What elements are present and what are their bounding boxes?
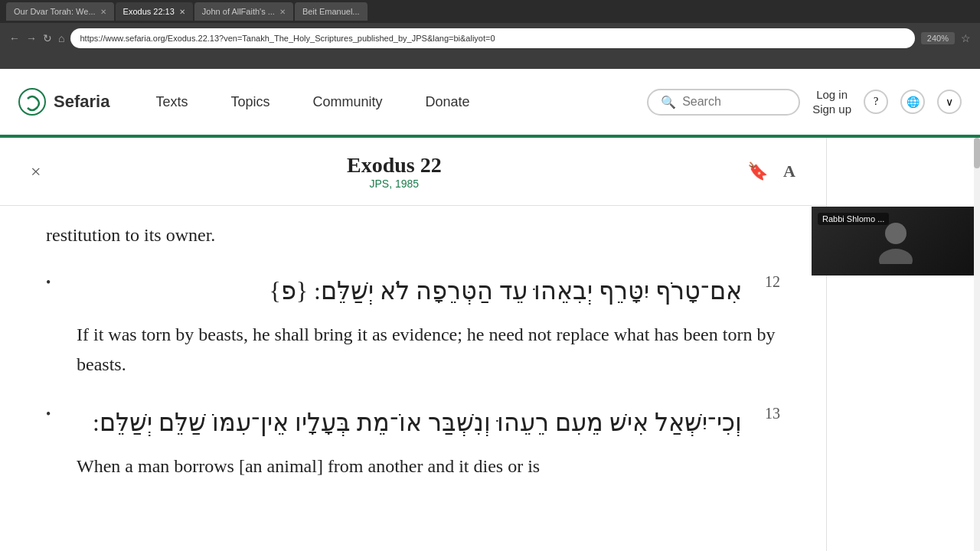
svg-point-2 [879, 249, 913, 264]
language-button[interactable]: 🌐 [900, 90, 925, 114]
verse-13-hebrew: וְכִי־יִשְׁאַל אִישׁ מֵעִם רֵעֵהוּ וְנִש… [77, 403, 742, 442]
panel-title-main: Exodus 22 [347, 153, 442, 178]
verse-12-row: • אִם־טָרֹף יִטָּרֵף יְבִאֵהוּ עֵד הַטְּ… [46, 272, 780, 311]
svg-point-1 [885, 223, 906, 244]
address-text: https://www.sefaria.org/Exodus.22.13?ven… [80, 34, 495, 43]
scrollbar-track[interactable] [974, 138, 980, 551]
verse-12-hebrew: אִם־טָרֹף יִטָּרֵף יְבִאֵהוּ עֵד הַטְּרֵ… [77, 272, 742, 311]
sefaria-header: Sefaria Texts Topics Community Donate 🔍 … [0, 69, 980, 138]
search-box[interactable]: 🔍 [647, 89, 800, 116]
scrollbar-thumb[interactable] [974, 138, 980, 168]
panel-title: Exodus 22 JPS, 1985 [347, 153, 442, 190]
tab-label-3: John of AllFaith's ... [202, 7, 275, 16]
browser-tab-1[interactable]: Our Dvar Torah: We... ✕ [6, 2, 114, 21]
sefaria-logo[interactable]: Sefaria [18, 88, 109, 116]
nav-links: Texts Topics Community Donate [134, 67, 647, 136]
restitution-text: restitution to its owner. [46, 221, 780, 249]
browser-chrome: Our Dvar Torah: We... ✕ Exodus 22:13 ✕ J… [0, 0, 980, 69]
bookmark-icon[interactable]: 🔖 [747, 161, 768, 181]
verse-12-number: 12 [757, 273, 780, 291]
address-bar[interactable]: https://www.sefaria.org/Exodus.22.13?ven… [70, 28, 914, 48]
browser-tab-3[interactable]: John of AllFaith's ... ✕ [194, 2, 293, 21]
signup-button[interactable]: Sign up [812, 103, 851, 116]
panel-topbar-right: 🔖 A [747, 161, 795, 181]
forward-button[interactable]: → [26, 32, 37, 44]
verse-12-block: • אִם־טָרֹף יִטָּרֵף יְבִאֵהוּ עֵד הַטְּ… [46, 272, 780, 379]
star-button[interactable]: ☆ [961, 32, 971, 44]
left-panel: × Exodus 22 JPS, 1985 🔖 A restitution to… [0, 138, 827, 551]
browser-tab-4[interactable]: Beit Emanuel... [295, 2, 368, 21]
browser-tab-2[interactable]: Exodus 22:13 ✕ [116, 2, 193, 21]
nav-texts[interactable]: Texts [134, 67, 209, 136]
close-button[interactable]: × [31, 161, 41, 182]
nav-topics[interactable]: Topics [209, 67, 291, 136]
logo-text: Sefaria [54, 92, 109, 112]
browser-addressbar: ← → ↻ ⌂ https://www.sefaria.org/Exodus.2… [0, 23, 980, 54]
verse-12-english: If it was torn by beasts, he shall bring… [46, 320, 780, 379]
verse-13-bullet: • [46, 406, 61, 422]
panel-subtitle: JPS, 1985 [347, 178, 442, 190]
verse-13-block: • וְכִי־יִשְׁאַל אִישׁ מֵעִם רֵעֵהוּ וְנ… [46, 403, 780, 481]
chevron-down-icon[interactable]: ∨ [937, 90, 962, 114]
verse-12-bullet: • [46, 275, 61, 291]
tab-label-4: Beit Emanuel... [302, 7, 360, 16]
font-size-button[interactable]: A [783, 161, 795, 181]
verse-13-row: • וְכִי־יִשְׁאַל אִישׁ מֵעִם רֵעֵהוּ וְנ… [46, 403, 780, 442]
verse-13-english-partial: When a man borrows [an animal] from anot… [46, 452, 780, 481]
tab-close-1[interactable]: ✕ [100, 8, 106, 16]
video-person-icon [873, 218, 919, 264]
panel-topbar: × Exodus 22 JPS, 1985 🔖 A [0, 138, 826, 206]
search-input[interactable] [682, 95, 782, 109]
tab-close-2[interactable]: ✕ [179, 8, 185, 16]
nav-community[interactable]: Community [291, 67, 403, 136]
text-content: restitution to its owner. • אִם־טָרֹף יִ… [0, 206, 826, 536]
zoom-badge: 240% [921, 32, 955, 44]
nav-donate[interactable]: Donate [403, 67, 491, 136]
tab-close-3[interactable]: ✕ [279, 8, 286, 16]
sefaria-logo-icon [18, 88, 46, 116]
video-overlay: Rabbi Shlomo ... [812, 207, 980, 276]
login-button[interactable]: Log in [816, 88, 848, 101]
header-right: 🔍 Log in Sign up ? 🌐 ∨ [647, 88, 962, 116]
video-label: Rabbi Shlomo ... [818, 213, 889, 225]
back-button[interactable]: ← [9, 32, 20, 44]
browser-tabs: Our Dvar Torah: We... ✕ Exodus 22:13 ✕ J… [0, 0, 980, 23]
refresh-button[interactable]: ↻ [43, 32, 52, 44]
tab-label-1: Our Dvar Torah: We... [14, 7, 96, 16]
home-button[interactable]: ⌂ [58, 32, 64, 44]
verse-13-number: 13 [757, 405, 780, 422]
tab-label-2: Exodus 22:13 [123, 7, 175, 16]
help-button[interactable]: ? [864, 90, 888, 114]
auth-buttons: Log in Sign up [812, 88, 851, 116]
search-icon: 🔍 [661, 95, 676, 109]
content-area: × Exodus 22 JPS, 1985 🔖 A restitution to… [0, 138, 980, 551]
